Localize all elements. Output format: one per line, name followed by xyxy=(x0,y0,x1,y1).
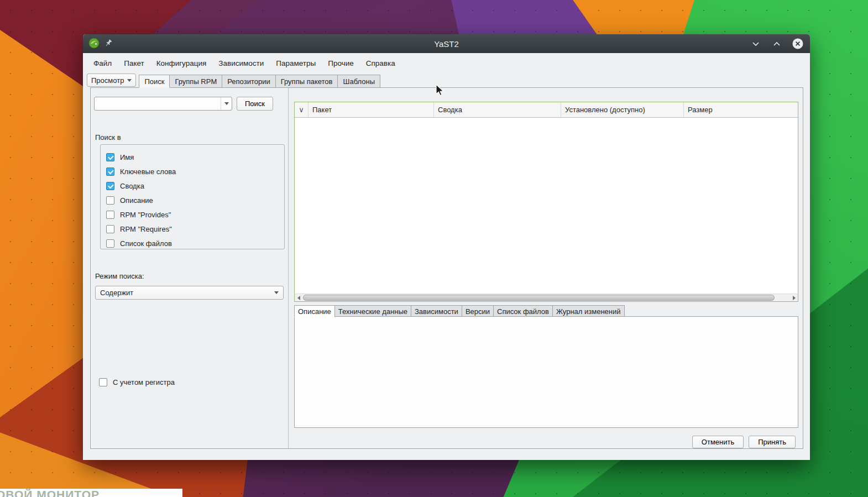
checkbox-row-name[interactable]: Имя xyxy=(106,150,279,164)
tab-dependencies[interactable]: Зависимости xyxy=(411,305,462,317)
menu-options[interactable]: Параметры xyxy=(270,57,322,70)
checkbox-rpm-provides[interactable] xyxy=(106,211,114,219)
tab-repositories[interactable]: Репозитории xyxy=(222,75,275,88)
checkbox-label[interactable]: Ключевые слова xyxy=(120,168,176,176)
chevron-down-icon xyxy=(274,291,279,294)
checkbox-description[interactable] xyxy=(106,196,114,205)
case-sensitive-label[interactable]: С учетом регистра xyxy=(113,378,175,386)
case-sensitive-row[interactable]: С учетом регистра xyxy=(99,378,175,386)
chevron-down-icon xyxy=(127,79,132,82)
minimize-button[interactable] xyxy=(749,37,762,50)
checkbox-label[interactable]: Сводка xyxy=(120,182,144,190)
maximize-button[interactable] xyxy=(770,37,783,50)
checkbox-row-description[interactable]: Описание xyxy=(106,193,279,207)
accept-button[interactable]: Принять xyxy=(749,436,796,448)
checkbox-summary[interactable] xyxy=(106,182,114,190)
taskbar-fragment-text: ОВОЙ МОНИТОР xyxy=(0,489,100,497)
checkbox-label[interactable]: Имя xyxy=(120,153,134,161)
package-table-body xyxy=(295,118,798,294)
menu-package[interactable]: Пакет xyxy=(118,57,150,70)
checkbox-case-sensitive[interactable] xyxy=(99,378,107,386)
search-button[interactable]: Поиск xyxy=(237,97,273,111)
menu-dependencies[interactable]: Зависимости xyxy=(212,57,270,70)
checkbox-label[interactable]: Описание xyxy=(120,196,153,205)
cancel-button[interactable]: Отменить xyxy=(692,436,744,448)
checkbox-row-file-list[interactable]: Список файлов xyxy=(106,236,279,250)
tab-file-list[interactable]: Список файлов xyxy=(493,305,553,317)
menu-configuration[interactable]: Конфигурация xyxy=(150,57,213,70)
horizontal-scrollbar[interactable] xyxy=(295,294,798,301)
chevron-down-icon xyxy=(224,102,229,105)
scroll-left-arrow[interactable] xyxy=(295,294,302,301)
tab-technical-data[interactable]: Технические данные xyxy=(334,305,411,317)
footer-buttons: Отменить Принять xyxy=(692,436,796,448)
view-dropdown-button[interactable]: Просмотр xyxy=(87,74,136,87)
checkbox-row-rpm-requires[interactable]: RPM "Requires" xyxy=(106,222,279,236)
yast2-window: YaST2 xyxy=(83,34,810,460)
checkbox-name[interactable] xyxy=(106,153,114,161)
menu-help[interactable]: Справка xyxy=(360,57,401,70)
checkbox-row-rpm-provides[interactable]: RPM "Provides" xyxy=(106,207,279,222)
search-mode-combobox[interactable]: Содержит xyxy=(95,286,284,300)
detail-tab-bar: Описание Технические данные Зависимости … xyxy=(294,305,624,317)
titlebar[interactable]: YaST2 xyxy=(83,34,810,53)
scroll-right-arrow[interactable] xyxy=(790,294,798,301)
scrollbar-thumb[interactable] xyxy=(303,295,775,301)
yast-app-icon[interactable] xyxy=(88,38,100,50)
desktop: ОВОЙ МОНИТОР xyxy=(0,0,868,497)
checkbox-file-list[interactable] xyxy=(106,239,114,248)
tab-rpm-groups[interactable]: Группы RPM xyxy=(169,75,222,88)
checkbox-keywords[interactable] xyxy=(106,168,114,176)
search-in-label: Поиск в xyxy=(95,133,121,142)
checkbox-label[interactable]: RPM "Provides" xyxy=(120,211,171,219)
close-button[interactable] xyxy=(791,37,804,50)
taskbar-fragment[interactable]: ОВОЙ МОНИТОР xyxy=(0,489,182,497)
column-header-size[interactable]: Размер xyxy=(684,102,798,117)
checkbox-rpm-requires[interactable] xyxy=(106,225,114,233)
search-input[interactable] xyxy=(95,97,221,110)
column-header-installed[interactable]: Установлено (доступно) xyxy=(561,102,684,117)
search-combo-dropdown[interactable] xyxy=(221,97,232,110)
tab-package-groups[interactable]: Группы пакетов xyxy=(275,75,338,88)
tab-description[interactable]: Описание xyxy=(294,305,335,317)
package-table: ∨ Пакет Сводка Установлено (доступно) Ра… xyxy=(294,102,798,302)
view-dropdown-label: Просмотр xyxy=(91,76,124,85)
column-header-summary[interactable]: Сводка xyxy=(434,102,561,117)
search-in-groupbox: Имя Ключевые слова Сводка Описание xyxy=(100,144,285,249)
tab-patterns[interactable]: Шаблоны xyxy=(337,75,380,88)
search-mode-label: Режим поиска: xyxy=(95,272,144,280)
window-title: YaST2 xyxy=(83,39,810,49)
menubar: Файл Пакет Конфигурация Зависимости Пара… xyxy=(83,53,810,73)
search-combobox[interactable] xyxy=(94,97,232,111)
checkbox-row-keywords[interactable]: Ключевые слова xyxy=(106,164,279,179)
search-mode-value: Содержит xyxy=(100,289,133,297)
pin-icon[interactable] xyxy=(104,39,113,49)
tab-versions[interactable]: Версии xyxy=(462,305,494,317)
checkbox-row-summary[interactable]: Сводка xyxy=(106,179,279,193)
checkbox-label[interactable]: Список файлов xyxy=(120,239,172,248)
menu-extras[interactable]: Прочие xyxy=(322,57,360,70)
package-table-header: ∨ Пакет Сводка Установлено (доступно) Ра… xyxy=(295,102,798,118)
column-header-status[interactable]: ∨ xyxy=(295,102,308,117)
checkbox-label[interactable]: RPM "Requires" xyxy=(120,225,172,233)
tab-change-log[interactable]: Журнал изменений xyxy=(552,305,625,317)
tab-search[interactable]: Поиск xyxy=(139,75,170,88)
filter-tab-bar: Просмотр Поиск Группы RPM Репозитории Гр… xyxy=(83,73,810,87)
search-panel: Поиск Поиск в Имя Ключевые слова Сводка xyxy=(91,88,289,448)
column-header-package[interactable]: Пакет xyxy=(308,102,434,117)
menu-file[interactable]: Файл xyxy=(87,57,118,70)
description-panel xyxy=(294,316,798,428)
main-pane: Поиск Поиск в Имя Ключевые слова Сводка xyxy=(90,87,803,449)
